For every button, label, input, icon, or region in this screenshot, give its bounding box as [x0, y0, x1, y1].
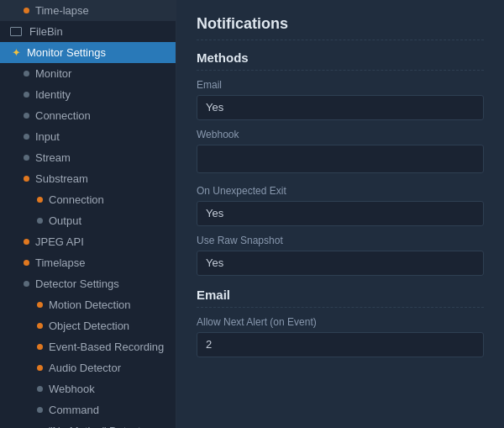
allow-next-alert-value[interactable]: 2	[197, 332, 484, 357]
sidebar-item-filebin[interactable]: FileBin	[0, 21, 176, 42]
sidebar-item-label: Substream	[35, 172, 88, 185]
raw-snapshot-value[interactable]: Yes	[197, 251, 484, 276]
dot-icon	[24, 8, 29, 13]
sidebar-item-object-detection[interactable]: Object Detection	[0, 315, 176, 336]
sidebar-item-label: Motion Detection	[49, 299, 131, 311]
dot-icon	[37, 302, 43, 308]
sidebar-item-no-motion-detector[interactable]: "No Motion" Detector	[0, 420, 176, 428]
sidebar-item-label: Time-lapse	[35, 4, 89, 17]
sidebar-item-label: Webhook	[49, 383, 95, 395]
sidebar-item-jpeg-api[interactable]: JPEG API	[0, 231, 176, 252]
sidebar-item-audio-detector[interactable]: Audio Detector	[0, 357, 176, 378]
dot-icon	[37, 386, 43, 392]
email-field-group: Email Yes	[197, 79, 484, 120]
dot-icon	[37, 365, 43, 371]
sidebar-item-connection[interactable]: Connection	[0, 105, 176, 126]
sidebar-item-stream[interactable]: Stream	[0, 147, 176, 168]
webhook-value[interactable]	[197, 145, 484, 173]
dot-icon	[24, 113, 29, 119]
sidebar-item-label: Input	[35, 130, 60, 143]
dot-icon	[37, 344, 43, 350]
sidebar-item-label: Event-Based Recording	[49, 341, 164, 353]
dot-icon	[37, 407, 43, 413]
allow-next-alert-label: Allow Next Alert (on Event)	[197, 316, 484, 328]
file-icon	[10, 27, 22, 36]
dot-icon	[37, 197, 43, 203]
dot-icon	[37, 218, 43, 224]
methods-section: Methods Email Yes Webhook	[197, 50, 484, 173]
page-title: Notifications	[197, 15, 484, 40]
webhook-field-group: Webhook	[197, 129, 484, 173]
raw-snapshot-label: Use Raw Snapshot	[197, 235, 484, 246]
sidebar-item-monitor-settings[interactable]: ✦ Monitor Settings	[0, 42, 176, 63]
sidebar-item-label: Detector Settings	[35, 277, 119, 290]
sidebar-item-event-based-recording[interactable]: Event-Based Recording	[0, 336, 176, 357]
dot-icon	[24, 155, 29, 161]
sidebar-item-label: Object Detection	[49, 320, 129, 332]
sidebar-item-label: Output	[49, 214, 81, 227]
sidebar-item-command[interactable]: Command	[0, 399, 176, 420]
sidebar-item-detector-settings[interactable]: Detector Settings	[0, 273, 176, 294]
sidebar-item-label: Monitor Settings	[27, 46, 106, 59]
sidebar-item-label: Monitor	[35, 67, 71, 80]
sidebar-item-label: Connection	[35, 109, 91, 122]
sidebar-item-timelapse[interactable]: Timelapse	[0, 252, 176, 273]
dot-icon	[24, 71, 29, 77]
dot-icon	[24, 260, 29, 266]
sidebar-item-input[interactable]: Input	[0, 126, 176, 147]
dot-icon	[37, 323, 43, 329]
unexpected-exit-value[interactable]: Yes	[197, 201, 484, 226]
main-content: Notifications Methods Email Yes Webhook …	[176, 0, 504, 428]
sidebar-item-connection2[interactable]: Connection	[0, 189, 176, 210]
unexpected-exit-label: On Unexpected Exit	[197, 185, 484, 197]
sidebar-item-motion-detection[interactable]: Motion Detection	[0, 294, 176, 315]
dot-icon	[24, 176, 29, 182]
webhook-label: Webhook	[197, 129, 484, 140]
sidebar-item-label: "No Motion" Detector	[49, 425, 150, 428]
dot-icon	[24, 281, 29, 287]
methods-section-title: Methods	[197, 50, 484, 71]
dot-icon	[24, 134, 29, 140]
unexpected-exit-field-group: On Unexpected Exit Yes	[197, 185, 484, 226]
sidebar-item-label: JPEG API	[35, 235, 84, 248]
sidebar-item-monitor[interactable]: Monitor	[0, 63, 176, 84]
email-label: Email	[197, 79, 484, 91]
sidebar-item-substream[interactable]: Substream	[0, 168, 176, 189]
sidebar: Time-lapse FileBin ✦ Monitor Settings Mo…	[0, 0, 176, 428]
wrench-icon: ✦	[12, 46, 21, 59]
dot-icon	[24, 92, 29, 98]
sidebar-item-label: FileBin	[29, 25, 63, 38]
sidebar-item-identity[interactable]: Identity	[0, 84, 176, 105]
sidebar-item-webhook[interactable]: Webhook	[0, 378, 176, 399]
sidebar-item-label: Stream	[35, 151, 71, 164]
exit-snapshot-section: On Unexpected Exit Yes Use Raw Snapshot …	[197, 185, 484, 276]
sidebar-item-label: Command	[49, 404, 99, 416]
sidebar-item-output[interactable]: Output	[0, 210, 176, 231]
raw-snapshot-field-group: Use Raw Snapshot Yes	[197, 235, 484, 276]
sidebar-item-label: Timelapse	[35, 256, 85, 269]
email-section-title: Email	[197, 288, 484, 308]
sidebar-item-label: Connection	[49, 193, 104, 206]
allow-next-alert-field-group: Allow Next Alert (on Event) 2	[197, 316, 484, 357]
sidebar-item-label: Audio Detector	[49, 362, 121, 374]
dot-icon	[24, 239, 29, 245]
sidebar-item-timelapse-top[interactable]: Time-lapse	[0, 0, 176, 21]
email-value[interactable]: Yes	[197, 95, 484, 120]
email-section: Email Allow Next Alert (on Event) 2	[197, 288, 484, 357]
sidebar-item-label: Identity	[35, 88, 71, 101]
